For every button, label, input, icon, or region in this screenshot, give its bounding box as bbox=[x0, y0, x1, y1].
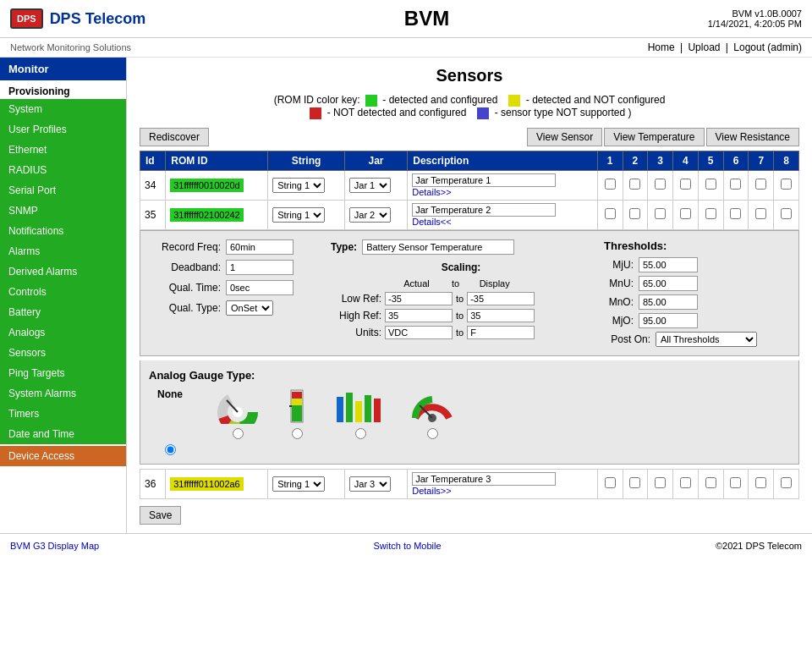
sidebar-item-timers[interactable]: Timers bbox=[0, 404, 126, 424]
units-actual-input[interactable] bbox=[385, 326, 453, 339]
record-freq-input[interactable] bbox=[226, 239, 294, 255]
view-resistance-button[interactable]: View Resistance bbox=[706, 128, 800, 146]
gauge-none-radio[interactable] bbox=[165, 444, 176, 455]
footer-switch-mobile[interactable]: Switch to Mobile bbox=[373, 541, 441, 551]
gauge-4-icon bbox=[411, 388, 453, 424]
row-36-check-3[interactable] bbox=[655, 477, 666, 488]
row-36-check-5[interactable] bbox=[705, 477, 716, 488]
footer-bvm-map[interactable]: BVM G3 Display Map bbox=[10, 541, 99, 551]
row-35-string-select[interactable]: String 1 bbox=[272, 207, 325, 223]
mjo-row: MjO: bbox=[604, 313, 790, 328]
row-34-desc-input[interactable] bbox=[412, 173, 556, 187]
row-35-check-2[interactable] bbox=[629, 208, 640, 219]
sidebar-item-date-time[interactable]: Date and Time bbox=[0, 424, 126, 444]
sidebar-item-system[interactable]: System bbox=[0, 99, 126, 119]
row-36-desc-input[interactable] bbox=[412, 472, 556, 486]
row-35-desc-input[interactable] bbox=[412, 203, 556, 217]
sidebar-device-access[interactable]: Device Access bbox=[0, 446, 126, 466]
mno-input[interactable] bbox=[639, 294, 698, 310]
row-35-details-link[interactable]: Details<< bbox=[412, 217, 593, 227]
sidebar-item-system-alarms[interactable]: System Alarms bbox=[0, 383, 126, 404]
sidebar-item-derived-alarms[interactable]: Derived Alarms bbox=[0, 261, 126, 282]
sidebar-item-user-profiles[interactable]: User Profiles bbox=[0, 119, 126, 140]
row-35-check-8[interactable] bbox=[781, 208, 792, 219]
sidebar-item-analogs[interactable]: Analogs bbox=[0, 322, 126, 343]
sidebar-item-controls[interactable]: Controls bbox=[0, 282, 126, 302]
row-36-check-4[interactable] bbox=[680, 477, 691, 488]
row-35-jar-select[interactable]: Jar 2 bbox=[349, 207, 391, 223]
row-36-check-2[interactable] bbox=[629, 477, 640, 488]
sidebar-item-sensors[interactable]: Sensors bbox=[0, 343, 126, 363]
row-34-check-7[interactable] bbox=[755, 179, 766, 190]
row-36-check-8[interactable] bbox=[781, 477, 792, 488]
row-34-cb1[interactable] bbox=[597, 170, 623, 200]
sidebar-item-ping-targets[interactable]: Ping Targets bbox=[0, 363, 126, 383]
rediscover-button[interactable]: Rediscover bbox=[140, 128, 209, 146]
mju-input[interactable] bbox=[639, 257, 698, 272]
low-ref-display-input[interactable] bbox=[467, 292, 535, 305]
type-input[interactable] bbox=[362, 239, 514, 255]
sidebar-item-notifications[interactable]: Notifications bbox=[0, 221, 126, 241]
sidebar-item-ethernet[interactable]: Ethernet bbox=[0, 140, 126, 160]
row-35-check-4[interactable] bbox=[680, 208, 691, 219]
mnu-input[interactable] bbox=[639, 276, 698, 291]
row-35-check-3[interactable] bbox=[655, 208, 666, 219]
units-display-input[interactable] bbox=[467, 326, 535, 339]
gauge-none-icon bbox=[149, 404, 191, 440]
nav-home[interactable]: Home bbox=[648, 41, 675, 53]
row-34-check-2[interactable] bbox=[629, 179, 640, 190]
row-34-string-select[interactable]: String 1 bbox=[272, 178, 325, 193]
sidebar-item-snmp[interactable]: SNMP bbox=[0, 201, 126, 221]
row-35-check-5[interactable] bbox=[705, 208, 716, 219]
footer-copyright: ©2021 DPS Telecom bbox=[716, 541, 802, 551]
row-34-check-1[interactable] bbox=[605, 179, 616, 190]
high-ref-actual-input[interactable] bbox=[385, 309, 453, 322]
save-button[interactable]: Save bbox=[140, 506, 181, 525]
gauge-3-radio[interactable] bbox=[355, 428, 366, 439]
sidebar-item-radius[interactable]: RADIUS bbox=[0, 160, 126, 180]
scaling-title: Scaling: bbox=[331, 261, 591, 273]
sidebar-item-alarms[interactable]: Alarms bbox=[0, 241, 126, 261]
row-34-string[interactable]: String 1 bbox=[268, 170, 345, 200]
row-36-details-link[interactable]: Details>> bbox=[412, 486, 593, 496]
row-34-check-8[interactable] bbox=[781, 179, 792, 190]
version-text: BVM v1.0B.0007 bbox=[708, 8, 802, 19]
row-35-check-6[interactable] bbox=[730, 208, 741, 219]
row-34-jar[interactable]: Jar 1 bbox=[344, 170, 407, 200]
row-36-check-1[interactable] bbox=[605, 477, 616, 488]
gauge-none-label: None bbox=[157, 388, 183, 400]
low-ref-actual-input[interactable] bbox=[385, 292, 453, 305]
sidebar-item-battery[interactable]: Battery bbox=[0, 302, 126, 322]
gauge-2-radio[interactable] bbox=[292, 428, 303, 439]
row-35-check-7[interactable] bbox=[755, 208, 766, 219]
col-8: 8 bbox=[774, 151, 799, 170]
view-sensor-button[interactable]: View Sensor bbox=[527, 128, 602, 146]
gauge-1-radio[interactable] bbox=[233, 428, 244, 439]
mjo-input[interactable] bbox=[639, 313, 698, 328]
to-header: to bbox=[452, 278, 459, 289]
save-row: Save bbox=[140, 506, 799, 525]
row-35-check-1[interactable] bbox=[605, 208, 616, 219]
view-temperature-button[interactable]: View Temperature bbox=[604, 128, 704, 146]
row-34-details-link[interactable]: Details>> bbox=[412, 187, 593, 197]
gauge-4-radio[interactable] bbox=[427, 428, 438, 439]
nav-upload[interactable]: Upload bbox=[688, 41, 720, 53]
row-36-jar-select[interactable]: Jar 3 bbox=[349, 476, 391, 492]
deadband-input[interactable] bbox=[226, 260, 294, 275]
sidebar-item-serial-port[interactable]: Serial Port bbox=[0, 180, 126, 201]
color-red-label: - NOT detected and configured bbox=[327, 107, 467, 118]
row-36-check-6[interactable] bbox=[730, 477, 741, 488]
row-34-check-5[interactable] bbox=[705, 179, 716, 190]
row-34-check-4[interactable] bbox=[680, 179, 691, 190]
row-36-string-select[interactable]: String 1 bbox=[272, 476, 325, 492]
nav-logout[interactable]: Logout (admin) bbox=[733, 41, 802, 53]
qual-type-select[interactable]: OnSet OffSet Either bbox=[226, 300, 273, 316]
qual-time-input[interactable] bbox=[226, 280, 294, 295]
row-34-jar-select[interactable]: Jar 1 bbox=[349, 178, 391, 193]
logo-icon: DPS bbox=[10, 8, 43, 29]
row-34-check-6[interactable] bbox=[730, 179, 741, 190]
row-34-check-3[interactable] bbox=[655, 179, 666, 190]
high-ref-display-input[interactable] bbox=[467, 309, 535, 322]
row-36-check-7[interactable] bbox=[755, 477, 766, 488]
poston-select[interactable]: All Thresholds MjU Only MnU Only MnO Onl… bbox=[656, 332, 757, 347]
